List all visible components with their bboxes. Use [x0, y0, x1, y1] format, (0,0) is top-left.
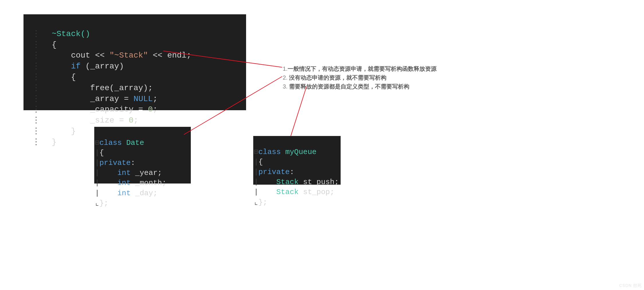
code-text: _year;: [131, 169, 162, 177]
code-ident: ~Stack(): [52, 29, 90, 38]
code-text: };: [99, 199, 108, 208]
code-keyword: private: [99, 159, 131, 167]
code-text: ;: [133, 116, 138, 125]
code-text: _day;: [131, 189, 158, 198]
code-keyword: class: [258, 148, 281, 156]
code-text: {: [258, 158, 263, 166]
code-text: _size =: [90, 116, 129, 125]
code-block-myqueue-class: ⊟class myQueue |{ |private: | Stack st_p…: [253, 136, 341, 185]
code-text: :: [290, 168, 294, 176]
code-number: 0: [129, 116, 133, 125]
code-string: "~Stack": [109, 51, 148, 60]
code-text: {: [71, 73, 76, 82]
code-keyword: class: [99, 139, 122, 147]
code-text: }: [52, 138, 56, 147]
note-text: 没有动态申请的资源，就不需要写析构: [288, 74, 387, 81]
code-text: (_array): [80, 62, 124, 71]
code-number: 0: [148, 105, 153, 114]
code-type: Stack: [276, 188, 299, 196]
code-type: int: [117, 169, 131, 177]
code-text: }: [71, 127, 76, 136]
code-text: ;: [153, 94, 158, 103]
code-keyword: if: [71, 62, 81, 71]
code-type: Stack: [276, 178, 299, 186]
code-block-stack-destructor: ⋮ ~Stack() ⋮ { ⋮ cout << "~Stack" << end…: [23, 14, 246, 110]
code-text: {: [99, 149, 104, 157]
note-item-2: 2. 没有动态申请的资源，就不需要写析构: [283, 73, 437, 82]
code-keyword: private: [258, 168, 290, 176]
code-type: Date: [126, 139, 144, 147]
note-number: 3.: [283, 83, 288, 90]
note-number: 1.: [283, 66, 288, 72]
code-text: st_push;: [299, 178, 339, 186]
watermark: CSDN 想死: [619, 283, 642, 288]
code-type: int: [117, 179, 131, 187]
annotation-notes: 1.一般情况下，有动态资源申请，就需要写析构函数释放资源 2. 没有动态申请的资…: [283, 64, 437, 91]
code-text: st_pop;: [299, 188, 334, 196]
code-text: {: [52, 40, 56, 49]
code-text: cout <<: [71, 51, 109, 60]
note-item-1: 1.一般情况下，有动态资源申请，就需要写析构函数释放资源: [283, 64, 437, 73]
code-type: myQueue: [285, 148, 317, 156]
note-text: 需要释放的资源都是自定义类型，不需要写析构: [288, 83, 410, 90]
note-text: 一般情况下，有动态资源申请，就需要写析构函数释放资源: [288, 66, 437, 72]
code-text: _array =: [90, 94, 133, 103]
arrow-line-3: [291, 86, 307, 136]
code-null: NULL: [133, 94, 153, 103]
code-text: free(_array);: [90, 84, 153, 92]
code-text: ;: [153, 105, 158, 114]
code-text: _capacity =: [90, 105, 148, 114]
code-text: };: [258, 198, 267, 207]
code-text: :: [131, 159, 135, 167]
code-text: << endl;: [148, 51, 191, 60]
note-item-3: 3. 需要释放的资源都是自定义类型，不需要写析构: [283, 82, 437, 91]
code-text: _month;: [131, 179, 166, 187]
note-number: 2.: [283, 74, 288, 81]
code-block-date-class: ⊟class Date |{ |private: | int _year; | …: [94, 127, 191, 184]
code-type: int: [117, 189, 131, 198]
